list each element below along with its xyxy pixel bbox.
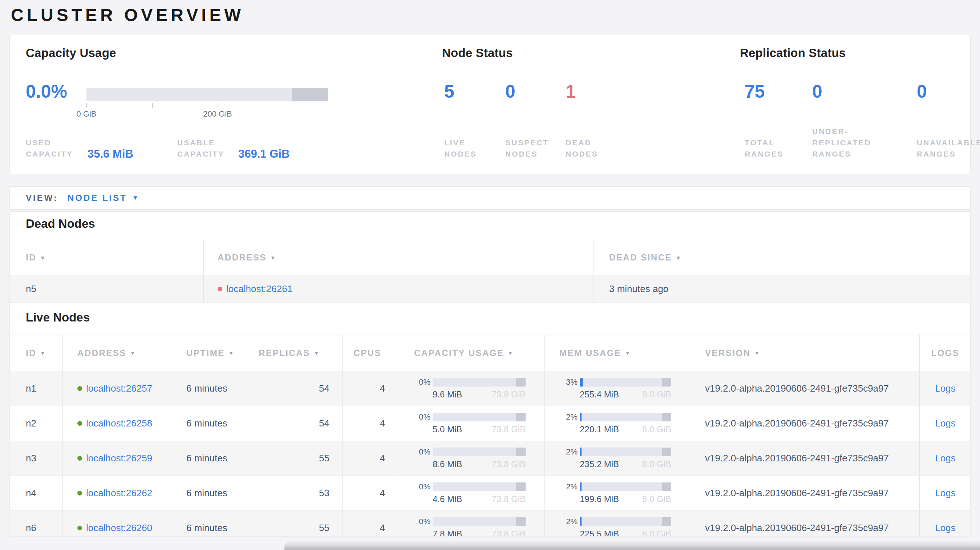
node-mem-usage-cell: 2% 199.6 MiB 8.0 GiB [545,476,697,510]
node-logs-cell: Logs [920,371,970,406]
node-replicas: 55 [251,511,342,537]
capacity-mini-bar [433,482,526,491]
capacity-total-value: 73.8 GiB [492,389,526,400]
live-nodes-count: 5 [444,81,454,102]
node-id: n5 [10,275,204,302]
dead-since-value: 3 minutes ago [594,275,970,302]
used-capacity-value: 35.6 MiB [88,148,133,161]
sort-desc-icon: ▼ [40,255,46,261]
node-address-cell: localhost:26259 [63,441,171,475]
mem-percent-label: 2% [559,517,578,526]
column-header-address[interactable]: ADDRESS▼ [204,240,594,275]
overview-summary-card: Capacity Usage 0.0% 0 GiB 200 GiB USED C… [10,35,970,174]
node-address-link[interactable]: localhost:26257 [86,383,152,394]
node-capacity-usage-cell: 0% 7.8 MiB 73.8 GiB [398,511,545,537]
axis-tick [283,103,283,108]
node-id: n4 [10,476,63,510]
logs-link[interactable]: Logs [935,488,955,499]
column-header-replicas[interactable]: REPLICAS▼ [251,335,342,371]
dead-status-dot-icon [218,287,222,291]
node-address-link[interactable]: localhost:26259 [86,453,152,464]
capacity-usage-heading: Capacity Usage [26,46,116,60]
node-logs-cell: Logs [920,511,970,537]
capacity-used-value: 8.6 MiB [433,459,462,469]
capacity-total-value: 73.8 GiB [492,494,526,504]
node-id: n2 [10,406,63,441]
view-dropdown[interactable]: NODE LIST [68,193,127,203]
used-capacity-stat: USED CAPACITY 35.6 MiB [26,137,133,159]
node-version: v19.2.0-alpha.20190606-2491-gfe735c9a97 [697,441,920,475]
node-address-cell: localhost:26260 [63,511,171,537]
mem-mini-bar [580,448,671,456]
node-address-link[interactable]: localhost:26262 [86,488,152,499]
cluster-overview-page: CLUSTER OVERVIEW Capacity Usage 0.0% 0 G… [0,0,980,550]
logs-link[interactable]: Logs [935,453,955,464]
node-replicas: 54 [251,406,342,441]
mem-total-value: 8.0 GiB [642,459,671,469]
column-header-uptime[interactable]: UPTIME▼ [171,335,251,371]
capacity-other-segment [516,378,526,386]
node-mem-usage-cell: 2% 220.1 MiB 8.0 GiB [545,406,697,441]
column-header-id[interactable]: ID▼ [10,240,204,275]
under-replicated-count: 0 [812,81,822,102]
capacity-mini-bar [433,448,526,456]
node-logs-cell: Logs [920,441,970,475]
live-nodes-heading: Live Nodes [26,311,90,324]
node-address-cell: localhost:26262 [63,476,171,510]
page-title: CLUSTER OVERVIEW [11,5,244,25]
node-mem-usage-cell: 3% 255.4 MiB 8.0 GiB [545,371,697,406]
chevron-down-icon[interactable]: ▼ [132,194,138,202]
usable-capacity-label: USABLE CAPACITY [177,137,238,159]
node-mem-usage-cell: 2% 235.2 MiB 8.0 GiB [545,441,697,475]
logs-link[interactable]: Logs [935,418,955,429]
mem-other-segment [662,517,671,526]
node-uptime: 6 minutes [171,441,251,475]
column-header-logs: LOGS [920,335,970,371]
capacity-mini-bar [433,378,526,386]
mem-used-fill [580,448,582,456]
column-header-version[interactable]: VERSION▼ [697,335,920,371]
node-address-link[interactable]: localhost:26258 [86,418,152,429]
mem-mini-bar [580,378,671,386]
column-header-mem-usage[interactable]: MEM USAGE▼ [545,335,697,371]
node-capacity-usage-cell: 0% 4.6 MiB 73.8 GiB [398,476,545,510]
node-address-link[interactable]: localhost:26261 [226,283,293,295]
mem-mini-bar [580,517,671,526]
column-header-capacity-usage[interactable]: CAPACITY USAGE▼ [398,335,545,371]
mem-other-segment [662,482,671,491]
view-label: VIEW: [26,193,58,203]
column-header-address[interactable]: ADDRESS▼ [63,335,171,371]
node-address-link[interactable]: localhost:26260 [86,522,152,534]
live-table-header-row: ID▼ ADDRESS▼ UPTIME▼ REPLICAS▼ CPUS CAPA… [10,335,970,371]
node-cpus: 4 [342,406,398,441]
live-node-row: n6 localhost:26260 6 minutes 55 4 0% 7.8… [10,511,970,537]
column-header-cpus[interactable]: CPUS [342,335,398,371]
column-header-dead-since[interactable]: DEAD SINCE▼ [594,240,970,275]
nodes-tables-card: Dead Nodes ID▼ ADDRESS▼ DEAD SINCE▼ n5 l… [10,211,970,537]
unavailable-ranges-label: UNAVAILABLE RANGES [917,137,980,159]
node-capacity-usage-cell: 0% 9.6 MiB 73.8 GiB [398,371,545,406]
logs-link[interactable]: Logs [935,383,955,394]
sort-desc-icon: ▼ [314,350,320,356]
capacity-used-value: 9.6 MiB [433,389,462,400]
sort-desc-icon: ▼ [508,350,514,356]
used-capacity-label: USED CAPACITY [26,137,88,159]
capacity-percent-label: 0% [414,412,430,422]
sort-desc-icon: ▼ [40,350,46,356]
capacity-mini-bar [433,517,526,526]
mem-other-segment [662,378,671,386]
node-address-cell: localhost:26258 [63,406,171,441]
sort-desc-icon: ▼ [625,350,631,356]
node-logs-cell: Logs [920,406,970,441]
node-cpus: 4 [342,511,398,537]
capacity-other-segment [516,517,526,526]
node-cpus: 4 [342,371,398,406]
logs-link[interactable]: Logs [935,522,955,534]
mem-used-fill [580,482,582,491]
column-header-id[interactable]: ID▼ [10,335,63,371]
usable-capacity-value: 369.1 GiB [238,148,290,161]
node-version: v19.2.0-alpha.20190606-2491-gfe735c9a97 [697,511,920,537]
node-uptime: 6 minutes [171,406,251,441]
mem-used-value: 255.4 MiB [580,389,619,400]
mem-mini-bar [580,413,671,421]
